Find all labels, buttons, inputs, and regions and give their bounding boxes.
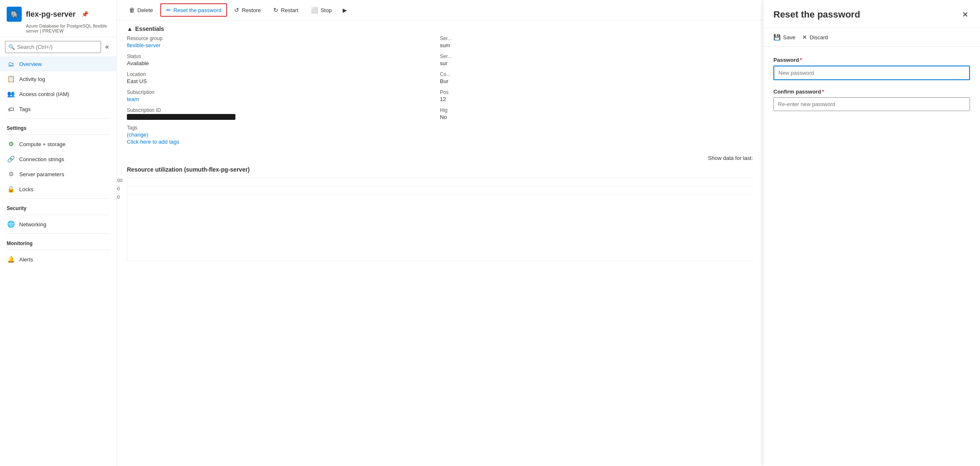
more-button[interactable]: ▶ [339, 4, 351, 16]
tags-icon: 🏷 [7, 105, 15, 113]
essentials-status: Status Available [127, 53, 440, 66]
panel-header: Reset the password ✕ [763, 0, 980, 28]
svg-text:🐘: 🐘 [11, 11, 18, 18]
restore-icon: ↺ [234, 7, 239, 13]
security-section-label: Security [0, 200, 116, 213]
panel-close-button[interactable]: ✕ [960, 8, 970, 21]
nav-divider-6 [7, 250, 110, 250]
essentials-right-field-4: Hig No [440, 107, 753, 120]
sidebar-item-tags[interactable]: 🏷 Tags [0, 101, 116, 116]
server-subtitle: Azure Database for PostgreSQL flexible s… [26, 23, 110, 33]
search-input[interactable] [5, 41, 101, 53]
essentials-location: Location East US [127, 71, 440, 84]
alerts-icon: 🔔 [7, 255, 15, 263]
panel-title: Reset the password [773, 9, 860, 20]
panel-body: Password* Confirm password* [763, 47, 980, 466]
collapse-sidebar-button[interactable]: « [103, 41, 111, 53]
delete-icon: 🗑 [129, 7, 135, 13]
tags-change-link[interactable]: (change) [127, 132, 148, 138]
sidebar-item-access-control[interactable]: 👥 Access control (IAM) [0, 86, 116, 101]
server-parameters-icon: ⚙ [7, 170, 15, 178]
nav-divider-5 [7, 233, 110, 234]
show-data-bar: Show data for last: [117, 152, 763, 163]
essentials-subscription-id: Subscription ID [127, 107, 440, 120]
reset-password-icon: ✏ [166, 7, 171, 13]
sidebar-item-tags-label: Tags [19, 106, 30, 112]
sidebar-item-alerts[interactable]: 🔔 Alerts [0, 252, 116, 267]
y-label-100: 100 [117, 178, 122, 183]
restore-button[interactable]: ↺ Restore [229, 4, 266, 16]
resource-group-link[interactable]: flexible-server [127, 42, 440, 48]
tags-row: (change) [127, 132, 440, 138]
resource-group-label: Resource group [127, 35, 440, 41]
main-content: 🗑 Delete ✏ Reset the password ↺ Restore … [117, 0, 763, 466]
locks-icon: 🔒 [7, 185, 15, 193]
nav-divider-4 [7, 215, 110, 215]
content-area: ▲ Essentials Resource group flexible-ser… [117, 20, 763, 466]
panel-toolbar: 💾 Save ✕ Discard [763, 28, 980, 47]
show-data-label: Show data for last: [708, 155, 753, 161]
sidebar-item-networking-label: Networking [19, 221, 46, 228]
discard-label: Discard [810, 34, 828, 41]
delete-button[interactable]: 🗑 Delete [124, 4, 159, 16]
gridline-90: 90 [127, 186, 753, 186]
activity-log-icon: 📋 [7, 75, 15, 83]
sidebar-item-locks[interactable]: 🔒 Locks [0, 182, 116, 197]
tags-add-link[interactable]: Click here to add tags [127, 139, 440, 145]
essentials-collapse-icon[interactable]: ▲ [127, 25, 133, 32]
save-button[interactable]: 💾 Save [773, 32, 796, 42]
more-icon: ▶ [343, 7, 347, 13]
close-icon: ✕ [962, 10, 968, 19]
essentials-left-col: Resource group flexible-server Status Av… [127, 35, 440, 145]
right-label-0: Ser... [440, 35, 753, 41]
sidebar-item-alerts-label: Alerts [19, 256, 33, 263]
sidebar-item-compute-storage[interactable]: ⚙ Compute + storage [0, 137, 116, 152]
location-label: Location [127, 71, 440, 77]
sidebar-item-connection-strings[interactable]: 🔗 Connection strings [0, 152, 116, 167]
sidebar-item-networking[interactable]: 🌐 Networking [0, 217, 116, 232]
essentials-content: Resource group flexible-server Status Av… [117, 35, 763, 152]
essentials-right-field-2: Co... Bur [440, 71, 753, 84]
sidebar-item-activity-log[interactable]: 📋 Activity log [0, 71, 116, 86]
restart-button[interactable]: ↻ Restart [268, 4, 304, 16]
right-value-4: No [440, 114, 753, 120]
confirm-password-input[interactable] [773, 97, 970, 111]
right-value-1: sur [440, 60, 753, 66]
sidebar: 🐘 flex-pg-server 📌 Azure Database for Po… [0, 0, 117, 466]
y-label-90: 90 [117, 186, 120, 191]
resource-utilization-title: Resource utilization (sumuth-flex-pg-ser… [127, 166, 753, 173]
subscription-link[interactable]: team [127, 96, 440, 102]
stop-label: Stop [321, 7, 332, 13]
sidebar-item-overview[interactable]: 🗂 Overview [0, 56, 116, 71]
essentials-header: ▲ Essentials [117, 20, 763, 35]
sidebar-item-access-control-label: Access control (IAM) [19, 91, 69, 97]
overview-icon: 🗂 [7, 60, 15, 68]
networking-icon: 🌐 [7, 220, 15, 228]
confirm-password-form-group: Confirm password* [773, 89, 970, 111]
reset-password-button[interactable]: ✏ Reset the password [160, 3, 227, 17]
sidebar-item-server-parameters[interactable]: ⚙ Server parameters [0, 167, 116, 182]
subscription-label: Subscription [127, 89, 440, 95]
pin-icon[interactable]: 📌 [81, 11, 88, 18]
nav-divider-2 [7, 134, 110, 135]
save-label: Save [783, 34, 796, 41]
sidebar-item-connection-strings-label: Connection strings [19, 156, 64, 162]
essentials-subscription: Subscription team [127, 89, 440, 102]
nav-divider-3 [7, 198, 110, 199]
tags-field-label: Tags [127, 125, 440, 131]
stop-button[interactable]: ⬜ Stop [306, 4, 337, 16]
save-icon: 💾 [773, 34, 780, 41]
toolbar: 🗑 Delete ✏ Reset the password ↺ Restore … [117, 0, 763, 20]
password-input[interactable] [773, 66, 970, 80]
subscription-id-redacted [127, 114, 235, 120]
sidebar-item-overview-label: Overview [19, 61, 42, 67]
right-value-0: sum [440, 42, 753, 48]
monitoring-section-label: Monitoring [0, 236, 116, 248]
discard-button[interactable]: ✕ Discard [802, 32, 828, 42]
right-label-2: Co... [440, 71, 753, 77]
chart-area: 100 90 80 [127, 178, 753, 261]
y-label-80: 80 [117, 195, 120, 200]
delete-label: Delete [137, 7, 153, 13]
postgres-icon: 🐘 [7, 7, 22, 22]
right-value-3: 12 [440, 96, 753, 102]
